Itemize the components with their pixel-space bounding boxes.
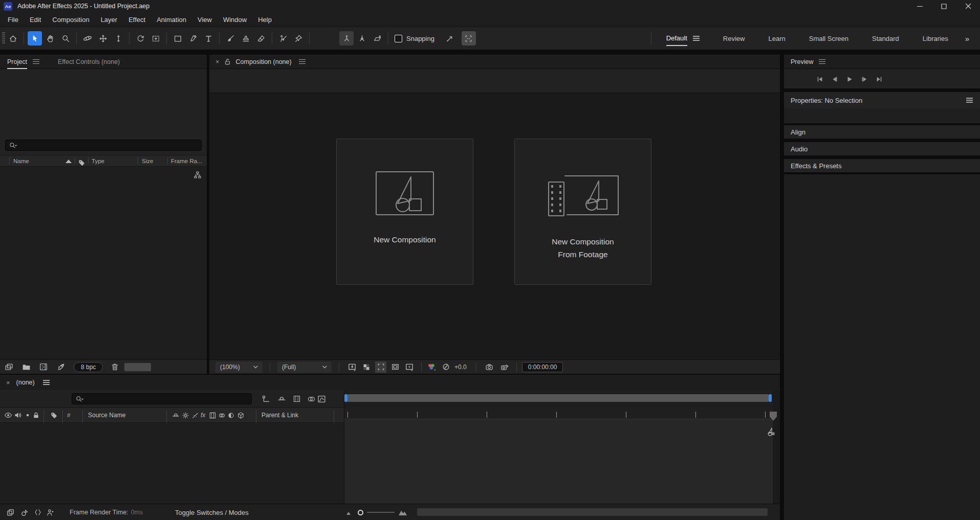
- world-axis-mode-button[interactable]: [355, 31, 369, 46]
- unlock-icon[interactable]: [224, 58, 231, 65]
- composition-viewer[interactable]: [209, 93, 780, 359]
- project-item-list[interactable]: [0, 167, 207, 359]
- graph-editor-button[interactable]: [317, 395, 326, 403]
- orbit-camera-tool-button[interactable]: [80, 31, 95, 46]
- timeline-search-box[interactable]: [72, 393, 252, 404]
- timeline-search-input[interactable]: [84, 395, 248, 403]
- workspace-menu-icon[interactable]: [693, 38, 700, 39]
- audio-switch[interactable]: [14, 408, 22, 422]
- current-time-field[interactable]: 0:00:00:00: [522, 362, 563, 372]
- clone-stamp-tool-button[interactable]: [238, 31, 253, 46]
- show-channel-button[interactable]: [426, 361, 437, 373]
- solo-switch[interactable]: [24, 408, 31, 422]
- maximize-button[interactable]: [932, 0, 956, 12]
- close-tab-icon[interactable]: ×: [6, 379, 10, 387]
- work-area-bar[interactable]: [347, 394, 769, 402]
- brush-tool-button[interactable]: [223, 31, 237, 46]
- new-folder-button[interactable]: [20, 361, 32, 373]
- menu-layer[interactable]: Layer: [95, 16, 123, 24]
- workspace-tab-small-screen[interactable]: Small Screen: [797, 27, 860, 50]
- pen-tool-button[interactable]: [186, 31, 200, 46]
- horizontal-scrollbar-thumb[interactable]: [124, 363, 151, 371]
- menu-file[interactable]: File: [2, 16, 24, 24]
- local-axis-mode-button[interactable]: [339, 31, 354, 46]
- timeline-lanes-area[interactable]: [344, 419, 773, 504]
- properties-panel-menu-icon[interactable]: [966, 100, 973, 101]
- switch-frame-blend[interactable]: [209, 408, 216, 422]
- transfer-controls-pane-button[interactable]: [20, 504, 29, 520]
- first-frame-button[interactable]: [815, 74, 825, 84]
- sort-ascending-icon[interactable]: [66, 160, 72, 163]
- puppet-pin-tool-button[interactable]: [291, 31, 306, 46]
- snapping-checkbox[interactable]: [395, 35, 402, 42]
- interpret-footage-button[interactable]: [3, 361, 14, 373]
- type-tool-button[interactable]: [201, 31, 215, 46]
- flowchart-icon[interactable]: [193, 171, 202, 179]
- previous-frame-button[interactable]: [830, 74, 840, 84]
- zoom-in-button[interactable]: [398, 504, 407, 520]
- source-name-column[interactable]: Source Name: [88, 408, 125, 422]
- composition-panel-menu-icon[interactable]: [299, 61, 306, 62]
- menu-view[interactable]: View: [192, 16, 217, 24]
- layer-switches-pane-button[interactable]: [6, 504, 15, 520]
- view-layout-button[interactable]: [404, 361, 415, 373]
- title-action-safe-button[interactable]: [389, 361, 401, 373]
- project-panel-menu-icon[interactable]: [33, 61, 39, 62]
- zoom-tool-button[interactable]: [58, 31, 73, 46]
- render-engine-button[interactable]: [55, 361, 67, 373]
- menu-animation[interactable]: Animation: [151, 16, 192, 24]
- tab-preview[interactable]: Preview: [791, 58, 813, 65]
- switch-adjustment-layer[interactable]: [227, 408, 235, 422]
- switch-collapse-transformations[interactable]: [182, 408, 189, 422]
- bit-depth-button[interactable]: 8 bpc: [74, 362, 103, 372]
- delete-item-button[interactable]: [109, 361, 120, 373]
- new-composition-card[interactable]: New Composition: [336, 139, 473, 285]
- fit-view-button[interactable]: [462, 31, 476, 46]
- toggle-switches-modes-button[interactable]: Toggle Switches / Modes: [175, 504, 249, 520]
- timeline-zoom-knob[interactable]: [358, 504, 363, 520]
- fast-previews-button[interactable]: [346, 361, 358, 373]
- parent-link-column[interactable]: Parent & Link: [262, 408, 298, 422]
- close-button[interactable]: [956, 0, 980, 12]
- tab-effect-controls[interactable]: Effect Controls (none): [58, 58, 120, 65]
- eraser-tool-button[interactable]: [254, 31, 268, 46]
- workspace-tab-default[interactable]: Default: [655, 27, 711, 50]
- mini-flowchart-button[interactable]: [262, 395, 270, 403]
- timeline-horizontal-scrollbar[interactable]: [417, 508, 768, 516]
- roto-brush-tool-button[interactable]: [276, 31, 290, 46]
- hide-shy-layers-button[interactable]: [277, 395, 286, 403]
- workspace-tab-learn[interactable]: Learn: [756, 27, 797, 50]
- switch-quality[interactable]: [191, 408, 199, 422]
- motion-blur-button[interactable]: [307, 395, 316, 403]
- tab-timeline[interactable]: (none): [16, 379, 35, 386]
- comp-marker-bin-button[interactable]: [768, 411, 778, 424]
- switch-3d-layer[interactable]: [237, 408, 245, 422]
- workspace-tab-libraries[interactable]: Libraries: [911, 27, 960, 50]
- show-snapshot-button[interactable]: [499, 361, 510, 373]
- take-snapshot-button[interactable]: [484, 361, 495, 373]
- timeline-panel-menu-icon[interactable]: [43, 382, 50, 383]
- toolbar-grip[interactable]: [2, 32, 5, 44]
- workspace-tab-standard[interactable]: Standard: [860, 27, 911, 50]
- effects-presets-panel-header[interactable]: Effects & Presets: [784, 159, 980, 172]
- render-time-pane-button[interactable]: [46, 504, 55, 520]
- time-ruler[interactable]: [344, 408, 773, 419]
- next-frame-button[interactable]: [859, 74, 869, 84]
- transparency-grid-button[interactable]: [361, 361, 372, 373]
- magnification-dropdown[interactable]: (100%): [215, 361, 263, 373]
- lock-switch[interactable]: [32, 408, 40, 422]
- resolution-dropdown[interactable]: (Full): [277, 361, 332, 373]
- unified-camera-tool-button[interactable]: [148, 31, 163, 46]
- menu-edit[interactable]: Edit: [24, 16, 47, 24]
- audio-panel-header[interactable]: Audio: [784, 142, 980, 155]
- layer-list-area[interactable]: [0, 423, 344, 504]
- play-button[interactable]: [844, 74, 855, 84]
- column-frame-rate[interactable]: Frame Ra...: [171, 155, 202, 166]
- timeline-zoom-track[interactable]: [367, 504, 395, 520]
- zoom-out-button[interactable]: [346, 504, 353, 520]
- preview-panel-menu-icon[interactable]: [819, 61, 825, 62]
- column-size[interactable]: Size: [142, 155, 153, 166]
- home-tool-button[interactable]: [6, 31, 20, 46]
- new-composition-from-footage-card[interactable]: New Composition From Footage: [514, 139, 651, 285]
- column-type[interactable]: Type: [92, 155, 104, 166]
